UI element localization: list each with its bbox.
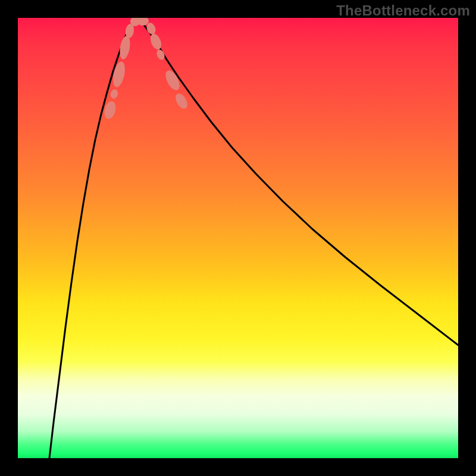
plot-area (18, 18, 458, 458)
marker-10 (163, 68, 183, 92)
plot-svg (18, 18, 458, 458)
chart-container: TheBottleneck.com (0, 0, 476, 476)
marker-3 (118, 35, 132, 60)
marker-1 (109, 89, 119, 100)
marker-2 (111, 61, 127, 89)
watermark-text: TheBottleneck.com (336, 2, 470, 19)
marker-11 (173, 92, 190, 111)
curve-right-curve (137, 19, 458, 345)
curve-left-curve (49, 19, 137, 458)
